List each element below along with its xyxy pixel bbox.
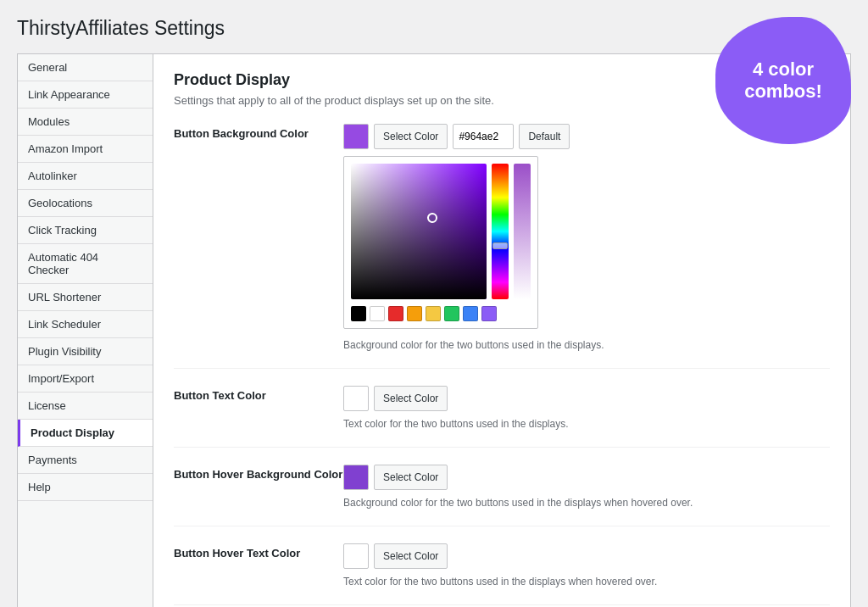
setting-help-btn-hover-bg-color: Background color for the two buttons use… — [343, 497, 830, 509]
gradient-bg — [351, 164, 487, 299]
setting-row-btn-hover-text-color: Button Hover Text ColorSelect ColorText … — [174, 543, 830, 605]
sidebar-item-click-tracking[interactable]: Click Tracking — [18, 217, 153, 244]
setting-control-btn-hover-bg-color: Select ColorBackground color for the two… — [343, 465, 830, 509]
settings-layout: GeneralLink AppearanceModulesAmazon Impo… — [17, 53, 851, 607]
swatch-5[interactable] — [444, 306, 459, 321]
sidebar-item-plugin-visibility[interactable]: Plugin Visibility — [18, 338, 153, 365]
blob-decoration: 4 color combos! — [715, 17, 851, 144]
swatch-6[interactable] — [463, 306, 478, 321]
swatch-0[interactable] — [351, 306, 366, 321]
color-picker-row-btn-hover-bg-color: Select Color — [343, 465, 830, 490]
setting-label-btn-text-color: Button Text Color — [174, 386, 343, 402]
sidebar-item-amazon-import[interactable]: Amazon Import — [18, 136, 153, 163]
color-hex-input-btn-bg-color[interactable] — [453, 124, 514, 149]
setting-help-btn-hover-text-color: Text color for the two buttons used in t… — [343, 576, 830, 588]
sidebar-item-autolinker[interactable]: Autolinker — [18, 163, 153, 190]
color-swatch-btn-hover-text-color — [343, 543, 369, 569]
select-color-btn-btn-bg-color[interactable]: Select Color — [374, 124, 448, 149]
swatches-row-btn-bg-color — [351, 306, 531, 321]
color-swatch-btn-text-color — [343, 386, 369, 411]
select-color-btn-btn-text-color[interactable]: Select Color — [374, 386, 448, 411]
sidebar-item-license[interactable]: License — [18, 393, 153, 420]
sidebar-item-payments[interactable]: Payments — [18, 447, 153, 474]
sidebar-item-geolocations[interactable]: Geolocations — [18, 190, 153, 217]
setting-control-btn-bg-color: Select ColorDefaultBackground color for … — [343, 124, 830, 351]
swatch-2[interactable] — [388, 306, 403, 321]
setting-label-btn-hover-text-color: Button Hover Text Color — [174, 543, 343, 560]
setting-label-btn-bg-color: Button Background Color — [174, 124, 343, 140]
default-btn-btn-bg-color[interactable]: Default — [519, 124, 570, 149]
page-title: ThirstyAffiliates Settings — [17, 17, 851, 40]
hue-strip-btn-bg-color[interactable] — [492, 164, 509, 299]
setting-row-btn-hover-bg-color: Button Hover Background ColorSelect Colo… — [174, 465, 830, 526]
sidebar: GeneralLink AppearanceModulesAmazon Impo… — [18, 54, 153, 607]
sidebar-item-modules[interactable]: Modules — [18, 109, 153, 136]
picker-popup-inner-btn-bg-color — [351, 164, 531, 299]
select-color-btn-btn-hover-text-color[interactable]: Select Color — [374, 543, 448, 569]
swatch-3[interactable] — [407, 306, 422, 321]
setting-label-btn-hover-bg-color: Button Hover Background Color — [174, 465, 343, 481]
setting-row-btn-text-color: Button Text ColorSelect ColorText color … — [174, 386, 830, 448]
color-picker-row-btn-hover-text-color: Select Color — [343, 543, 830, 569]
sidebar-item-product-display[interactable]: Product Display — [18, 420, 153, 447]
sidebar-item-automatic-404[interactable]: Automatic 404 Checker — [18, 244, 153, 284]
alpha-strip-btn-bg-color[interactable] — [514, 164, 531, 299]
color-picker-row-btn-text-color: Select Color — [343, 386, 830, 411]
color-gradient-canvas-btn-bg-color[interactable] — [351, 164, 487, 299]
select-color-btn-btn-hover-bg-color[interactable]: Select Color — [374, 465, 448, 490]
setting-help-btn-text-color: Text color for the two buttons used in t… — [343, 418, 830, 430]
color-swatch-btn-hover-bg-color — [343, 465, 369, 490]
sidebar-item-help[interactable]: Help — [18, 474, 153, 501]
page-wrapper: ThirstyAffiliates Settings GeneralLink A… — [0, 0, 868, 607]
settings-container: Button Background ColorSelect ColorDefau… — [174, 124, 830, 605]
swatch-7[interactable] — [481, 306, 497, 321]
sidebar-item-link-appearance[interactable]: Link Appearance — [18, 81, 153, 109]
sidebar-item-url-shortener[interactable]: URL Shortener — [18, 284, 153, 311]
swatch-1[interactable] — [370, 306, 385, 321]
setting-row-btn-bg-color: Button Background ColorSelect ColorDefau… — [174, 124, 830, 369]
blob-text: 4 color combos! — [729, 58, 837, 103]
sidebar-item-link-scheduler[interactable]: Link Scheduler — [18, 311, 153, 338]
color-swatch-btn-bg-color — [343, 124, 369, 149]
sidebar-item-general[interactable]: General — [18, 54, 153, 81]
swatch-4[interactable] — [426, 306, 441, 321]
main-content: Product Display Settings that apply to a… — [153, 54, 850, 607]
setting-control-btn-text-color: Select ColorText color for the two butto… — [343, 386, 830, 430]
sidebar-item-import-export[interactable]: Import/Export — [18, 365, 153, 393]
setting-help-btn-bg-color: Background color for the two buttons use… — [343, 339, 830, 351]
setting-control-btn-hover-text-color: Select ColorText color for the two butto… — [343, 543, 830, 588]
picker-container-btn-bg-color — [343, 156, 538, 329]
hue-thumb — [492, 242, 508, 249]
